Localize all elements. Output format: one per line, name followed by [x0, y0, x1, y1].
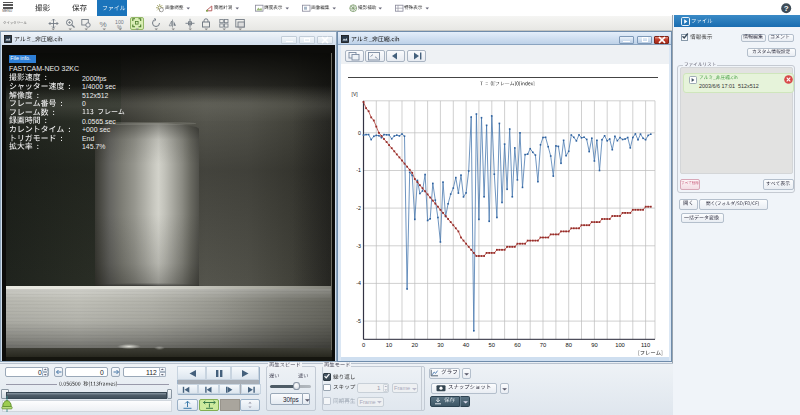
svg-text:60: 60 — [514, 342, 520, 348]
svg-text:-5: -5 — [356, 318, 361, 324]
svg-text:100: 100 — [615, 342, 625, 348]
svg-text:10: 10 — [386, 342, 392, 348]
svg-text:90: 90 — [591, 342, 597, 348]
svg-text:0: 0 — [362, 342, 365, 348]
svg-text:110: 110 — [641, 342, 650, 348]
svg-text:?: ? — [783, 4, 788, 13]
svg-text:30: 30 — [437, 342, 443, 348]
svg-text:-1: -1 — [356, 167, 361, 173]
svg-text:-4: -4 — [356, 280, 361, 286]
svg-text:70: 70 — [540, 342, 546, 348]
svg-text:80: 80 — [565, 342, 571, 348]
svg-text:-2: -2 — [356, 205, 361, 211]
svg-text:20: 20 — [412, 342, 418, 348]
svg-text:0: 0 — [358, 130, 361, 136]
svg-text:50: 50 — [489, 342, 495, 348]
svg-text:%: % — [100, 20, 107, 29]
svg-text:40: 40 — [463, 342, 469, 348]
svg-text:-3: -3 — [356, 243, 361, 249]
